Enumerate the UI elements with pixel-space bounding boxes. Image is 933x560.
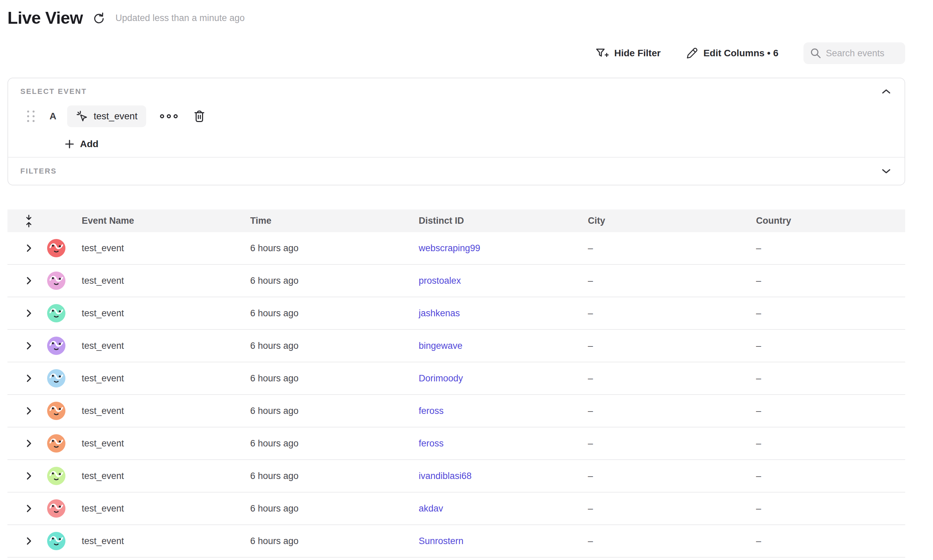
user-avatar <box>47 532 65 550</box>
table-row: test_event 6 hours ago feross – – <box>8 428 905 460</box>
user-avatar <box>47 402 65 420</box>
collapse-select-event-button[interactable] <box>880 86 892 97</box>
row-expand-button[interactable] <box>25 438 32 448</box>
distinct-id-link[interactable]: Dorimoody <box>419 373 463 383</box>
row-expand-button[interactable] <box>25 536 32 546</box>
cell-country: – <box>747 438 905 449</box>
edit-columns-label: Edit Columns • 6 <box>704 48 778 58</box>
distinct-id-link[interactable]: feross <box>419 438 444 448</box>
column-header-city[interactable]: City <box>579 215 747 226</box>
table-row: test_event 6 hours ago Dorimoody – – <box>8 362 905 395</box>
avatar-face-icon <box>47 239 65 257</box>
page-header: Live View Updated less than a minute ago <box>8 8 905 28</box>
chevron-right-icon <box>25 308 32 318</box>
live-view-page: Live View Updated less than a minute ago… <box>0 0 933 560</box>
cell-country: – <box>747 373 905 384</box>
event-selector-chip[interactable]: test_event <box>67 105 146 127</box>
row-expand-button[interactable] <box>25 471 32 481</box>
filter-plus-icon <box>595 48 609 59</box>
row-expand-button[interactable] <box>25 308 32 318</box>
cell-event-name: test_event <box>72 308 241 318</box>
cell-city: – <box>579 341 747 351</box>
cell-country: – <box>747 243 905 254</box>
cell-country: – <box>747 471 905 482</box>
event-chip-label: test_event <box>94 111 137 122</box>
chevron-right-icon <box>25 276 32 285</box>
column-header-time[interactable]: Time <box>241 215 410 226</box>
avatar-face-icon <box>47 532 65 550</box>
cell-city: – <box>579 406 747 416</box>
avatar-face-icon <box>47 499 65 518</box>
edit-columns-button[interactable]: Edit Columns • 6 <box>686 47 778 59</box>
hide-filter-button[interactable]: Hide Filter <box>595 48 661 59</box>
row-expand-button[interactable] <box>25 406 32 415</box>
chevron-right-icon <box>25 471 32 481</box>
cell-time: 6 hours ago <box>241 406 410 416</box>
column-header-distinct-id[interactable]: Distinct ID <box>410 215 579 226</box>
event-row-a: A test_event <box>20 105 892 127</box>
cell-city: – <box>579 243 747 254</box>
row-expand-button[interactable] <box>25 374 32 383</box>
avatar-face-icon <box>47 337 65 355</box>
user-avatar <box>47 239 65 257</box>
distinct-id-link[interactable]: webscraping99 <box>419 243 480 253</box>
row-expand-button[interactable] <box>25 276 32 285</box>
refresh-button[interactable] <box>92 11 106 25</box>
expand-filters-button[interactable] <box>880 166 892 176</box>
cell-city: – <box>579 503 747 514</box>
event-delete-button[interactable] <box>194 110 205 123</box>
distinct-id-link[interactable]: akdav <box>419 503 443 514</box>
hide-filter-label: Hide Filter <box>614 48 661 58</box>
row-expand-button[interactable] <box>25 504 32 513</box>
row-expand-button[interactable] <box>25 341 32 351</box>
distinct-id-link[interactable]: prostoalex <box>419 275 461 286</box>
add-event-button[interactable]: Add <box>20 138 95 149</box>
user-avatar <box>47 337 65 355</box>
column-header-country[interactable]: Country <box>747 215 905 226</box>
distinct-id-link[interactable]: jashkenas <box>419 308 460 318</box>
cell-city: – <box>579 373 747 384</box>
cell-city: – <box>579 536 747 546</box>
collapse-rows-button[interactable] <box>8 209 40 232</box>
event-more-options-button[interactable] <box>159 113 179 119</box>
cell-event-name: test_event <box>72 438 241 449</box>
more-options-icon <box>159 113 179 119</box>
distinct-id-link[interactable]: Sunrostern <box>419 536 463 546</box>
search-events-input[interactable] <box>826 48 904 58</box>
chevron-right-icon <box>25 406 32 415</box>
filters-label: FILTERS <box>20 167 57 175</box>
user-avatar <box>47 304 65 322</box>
table-row: test_event 6 hours ago ivandiblasi68 – – <box>8 460 905 492</box>
row-expand-button[interactable] <box>25 243 32 253</box>
avatar-face-icon <box>47 272 65 290</box>
cell-time: 6 hours ago <box>241 275 410 286</box>
cell-time: 6 hours ago <box>241 438 410 449</box>
cell-city: – <box>579 438 747 449</box>
chevron-right-icon <box>25 341 32 351</box>
distinct-id-link[interactable]: bingewave <box>419 341 462 351</box>
drag-handle[interactable] <box>27 111 35 122</box>
cell-country: – <box>747 536 905 546</box>
cell-country: – <box>747 341 905 351</box>
cell-time: 6 hours ago <box>241 536 410 546</box>
user-avatar <box>47 499 65 518</box>
chevron-right-icon <box>25 504 32 513</box>
chevron-right-icon <box>25 374 32 383</box>
updated-timestamp: Updated less than a minute ago <box>115 13 245 23</box>
user-avatar <box>47 272 65 290</box>
search-icon <box>810 47 822 59</box>
chevron-right-icon <box>25 438 32 448</box>
cell-event-name: test_event <box>72 373 241 384</box>
search-events-box[interactable] <box>804 42 905 64</box>
table-row: test_event 6 hours ago jashkenas – – <box>8 297 905 330</box>
cell-city: – <box>579 471 747 482</box>
table-row: test_event 6 hours ago feross – – <box>8 395 905 428</box>
cell-city: – <box>579 275 747 286</box>
cell-time: 6 hours ago <box>241 308 410 318</box>
distinct-id-link[interactable]: feross <box>419 406 444 416</box>
distinct-id-link[interactable]: ivandiblasi68 <box>419 471 471 481</box>
avatar-face-icon <box>47 402 65 420</box>
add-label: Add <box>80 138 98 149</box>
column-header-event-name[interactable]: Event Name <box>72 215 241 226</box>
cell-event-name: test_event <box>72 275 241 286</box>
